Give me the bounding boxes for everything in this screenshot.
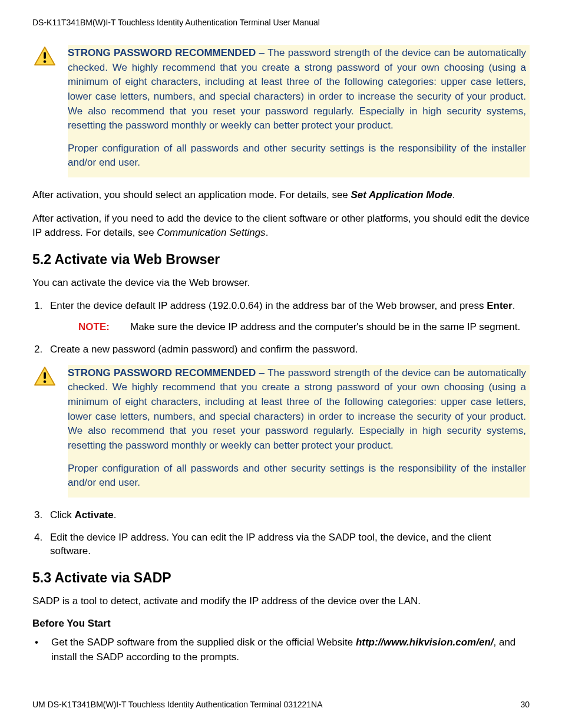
warning-p1: The password strength of the device can … (68, 367, 526, 451)
before-start-list: • Get the SADP software from the supplie… (32, 635, 530, 664)
bullet-mark: • (32, 635, 41, 664)
warning-text: STRONG PASSWORD RECOMMENDED – The passwo… (68, 365, 530, 498)
heading-5-2: 5.2 Activate via Web Browser (32, 252, 530, 268)
warning-lead: STRONG PASSWORD RECOMMENDED (68, 47, 256, 58)
note-row: NOTE: Make sure the device IP address an… (78, 320, 530, 334)
warning-text: STRONG PASSWORD RECOMMENDED – The passwo… (68, 45, 530, 177)
warning-icon (32, 45, 57, 66)
warning-dash: – (256, 367, 267, 378)
warning-dash: – (256, 47, 267, 58)
sec53-intro: SADP is a tool to detect, activate and m… (32, 594, 530, 608)
warning-icon (32, 365, 57, 386)
footer-page-number: 30 (520, 700, 530, 709)
steps-list-52b: Click Activate. Edit the device IP addre… (32, 508, 530, 558)
svg-rect-1 (44, 52, 46, 58)
svg-rect-4 (44, 372, 46, 378)
page-header: DS-K11T341BM(W)I-T Touchless Identity Au… (32, 18, 530, 27)
before-you-start: Before You Start (32, 618, 530, 630)
warning-p1: The password strength of the device can … (68, 47, 526, 131)
note-text: Make sure the device IP address and the … (130, 320, 530, 334)
heading-5-3: 5.3 Activate via SADP (32, 570, 530, 586)
warning-callout-1: STRONG PASSWORD RECOMMENDED – The passwo… (32, 45, 530, 177)
step-1: Enter the device default IP address (192… (45, 299, 530, 334)
warning-lead: STRONG PASSWORD RECOMMENDED (68, 367, 256, 378)
note-label: NOTE: (78, 320, 114, 334)
footer-left: UM DS-K1T341BM(W)I-T Touchless Identity … (32, 700, 323, 709)
step-3: Click Activate. (45, 508, 530, 522)
step-4: Edit the device IP address. You can edit… (45, 531, 530, 559)
after-activation-2: After activation, if you need to add the… (32, 212, 530, 240)
after-activation-1: After activation, you should select an a… (32, 188, 530, 202)
steps-list-52: Enter the device default IP address (192… (32, 299, 530, 356)
list-item: • Get the SADP software from the supplie… (32, 635, 530, 664)
svg-point-5 (44, 380, 47, 383)
sec52-intro: You can activate the device via the Web … (32, 276, 530, 290)
page-footer: UM DS-K1T341BM(W)I-T Touchless Identity … (32, 700, 530, 709)
warning-p2: Proper configuration of all passwords an… (68, 141, 526, 170)
step-2: Create a new password (admin password) a… (45, 342, 530, 357)
warning-p2: Proper configuration of all passwords an… (68, 462, 526, 490)
warning-callout-2: STRONG PASSWORD RECOMMENDED – The passwo… (32, 365, 530, 498)
svg-point-2 (44, 60, 47, 63)
